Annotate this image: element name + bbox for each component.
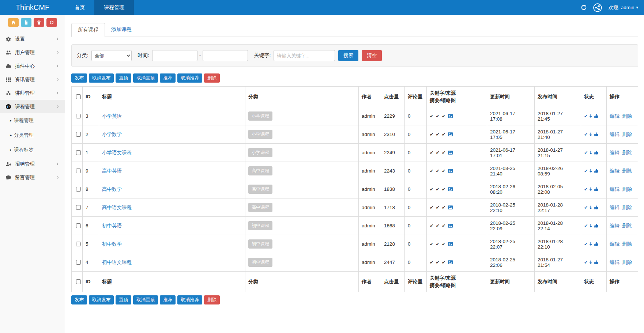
brand-logo[interactable]: ThinkCMF (0, 0, 65, 15)
status-thumbs-up-icon[interactable] (594, 260, 599, 265)
status-published-icon[interactable]: ✔ (584, 150, 588, 155)
course-title-link[interactable]: 小学语文课程 (102, 150, 132, 155)
sidebar-item-course-management[interactable]: P 课程管理 (0, 100, 65, 113)
refresh-icon[interactable] (581, 4, 587, 11)
time-from-input[interactable] (152, 50, 197, 61)
sidebar-item-lecturer-management[interactable]: 讲师管理 (0, 86, 65, 100)
clear-button[interactable]: 清空 (362, 50, 382, 61)
bulk-untop-button[interactable]: 取消置顶 (133, 73, 158, 83)
sidebar-item-settings[interactable]: 设置 (0, 32, 65, 46)
course-title-link[interactable]: 初中英语 (102, 223, 122, 228)
status-thumbs-up-icon[interactable] (594, 132, 599, 137)
row-checkbox[interactable] (76, 242, 81, 246)
quick-home-button[interactable] (8, 18, 19, 27)
search-button[interactable]: 搜索 (338, 50, 358, 61)
bulk-unrecommend-button[interactable]: 取消推荐 (177, 295, 202, 304)
user-menu[interactable]: 欢迎, admin ▾ (608, 4, 638, 11)
row-checkbox[interactable] (76, 205, 81, 210)
status-arrow-down-icon[interactable] (588, 132, 594, 137)
bulk-publish-button[interactable]: 发布 (71, 295, 87, 304)
bulk-recommend-button[interactable]: 推荐 (160, 295, 176, 304)
sidebar-subitem-course-tags[interactable]: ▸ 课程标签 (0, 143, 65, 157)
status-published-icon[interactable]: ✔ (584, 260, 588, 265)
row-checkbox[interactable] (76, 260, 81, 265)
edit-link[interactable]: 编辑 (610, 168, 619, 174)
edit-link[interactable]: 编辑 (610, 205, 619, 210)
edit-link[interactable]: 编辑 (610, 150, 619, 155)
bulk-publish-button[interactable]: 发布 (71, 73, 87, 83)
edit-link[interactable]: 编辑 (610, 241, 619, 247)
status-published-icon[interactable]: ✔ (584, 242, 588, 247)
sidebar-item-plugin-center[interactable]: 插件中心 (0, 59, 65, 73)
delete-link[interactable]: 删除 (622, 205, 632, 210)
status-thumbs-up-icon[interactable] (594, 186, 599, 192)
tab-all-courses[interactable]: 所有课程 (71, 23, 105, 37)
delete-link[interactable]: 删除 (622, 223, 632, 228)
status-thumbs-up-icon[interactable] (594, 150, 599, 155)
nav-item-home[interactable]: 首页 (65, 0, 94, 15)
status-thumbs-up-icon[interactable] (594, 241, 599, 247)
edit-link[interactable]: 编辑 (610, 113, 619, 119)
course-title-link[interactable]: 高中英语 (102, 168, 122, 174)
edit-link[interactable]: 编辑 (610, 186, 619, 192)
nav-item-course-management[interactable]: 课程管理 (94, 0, 134, 15)
row-checkbox[interactable] (76, 150, 81, 155)
course-title-link[interactable]: 高中数学 (102, 186, 122, 192)
sidebar-subitem-course-management[interactable]: ▸ 课程管理 (0, 113, 65, 128)
status-arrow-down-icon[interactable] (588, 113, 594, 119)
bulk-unrecommend-button[interactable]: 取消推荐 (177, 73, 202, 83)
delete-link[interactable]: 删除 (622, 132, 632, 137)
status-arrow-down-icon[interactable] (588, 205, 594, 210)
status-arrow-down-icon[interactable] (588, 223, 594, 228)
tab-add-course[interactable]: 添加课程 (105, 23, 138, 37)
course-title-link[interactable]: 初中数学 (102, 241, 122, 247)
bulk-recommend-button[interactable]: 推荐 (160, 73, 176, 83)
delete-link[interactable]: 删除 (622, 150, 632, 155)
select-all-checkbox-bottom[interactable] (76, 279, 81, 284)
sidebar-item-recruit-management[interactable]: 招聘管理 (0, 157, 65, 171)
bulk-top-button[interactable]: 置顶 (116, 73, 131, 83)
bulk-unpublish-button[interactable]: 取消发布 (89, 295, 114, 304)
time-to-input[interactable] (203, 50, 248, 61)
course-title-link[interactable]: 高中语文课程 (102, 205, 132, 210)
status-thumbs-up-icon[interactable] (594, 168, 599, 174)
bulk-delete-button[interactable]: 删除 (204, 295, 220, 304)
keyword-input[interactable] (274, 50, 335, 61)
sidebar-subitem-category-management[interactable]: ▸ 分类管理 (0, 128, 65, 143)
quick-file-button[interactable] (21, 18, 31, 27)
status-arrow-down-icon[interactable] (588, 186, 594, 192)
edit-link[interactable]: 编辑 (610, 223, 619, 228)
status-published-icon[interactable]: ✔ (584, 169, 588, 174)
status-published-icon[interactable]: ✔ (584, 114, 588, 119)
bulk-delete-button[interactable]: 删除 (204, 73, 220, 83)
quick-recycle-button[interactable] (46, 18, 57, 27)
status-published-icon[interactable]: ✔ (584, 223, 588, 228)
row-checkbox[interactable] (76, 132, 81, 137)
status-published-icon[interactable]: ✔ (584, 187, 588, 192)
status-arrow-down-icon[interactable] (588, 168, 594, 174)
select-all-checkbox[interactable] (76, 94, 81, 99)
course-title-link[interactable]: 小学数学 (102, 132, 122, 137)
category-select[interactable]: 全部 (91, 50, 132, 61)
row-checkbox[interactable] (76, 187, 81, 192)
edit-link[interactable]: 编辑 (610, 132, 619, 137)
bulk-unpublish-button[interactable]: 取消发布 (89, 73, 114, 83)
delete-link[interactable]: 删除 (622, 113, 632, 119)
status-arrow-down-icon[interactable] (588, 150, 594, 155)
bulk-untop-button[interactable]: 取消置顶 (133, 295, 158, 304)
status-arrow-down-icon[interactable] (588, 260, 594, 265)
course-title-link[interactable]: 小学英语 (102, 113, 122, 119)
sidebar-item-news-management[interactable]: 资讯管理 (0, 73, 65, 86)
sidebar-item-message-management[interactable]: 留言管理 (0, 171, 65, 184)
status-arrow-down-icon[interactable] (588, 241, 594, 247)
status-thumbs-up-icon[interactable] (594, 205, 599, 210)
sidebar-item-user-management[interactable]: 用户管理 (0, 46, 65, 59)
row-checkbox[interactable] (76, 169, 81, 173)
quick-trash-button[interactable] (34, 18, 44, 27)
status-published-icon[interactable]: ✔ (584, 205, 588, 210)
delete-link[interactable]: 删除 (622, 260, 632, 265)
bulk-top-button[interactable]: 置顶 (116, 295, 131, 304)
delete-link[interactable]: 删除 (622, 241, 632, 247)
delete-link[interactable]: 删除 (622, 168, 632, 174)
row-checkbox[interactable] (76, 114, 81, 118)
